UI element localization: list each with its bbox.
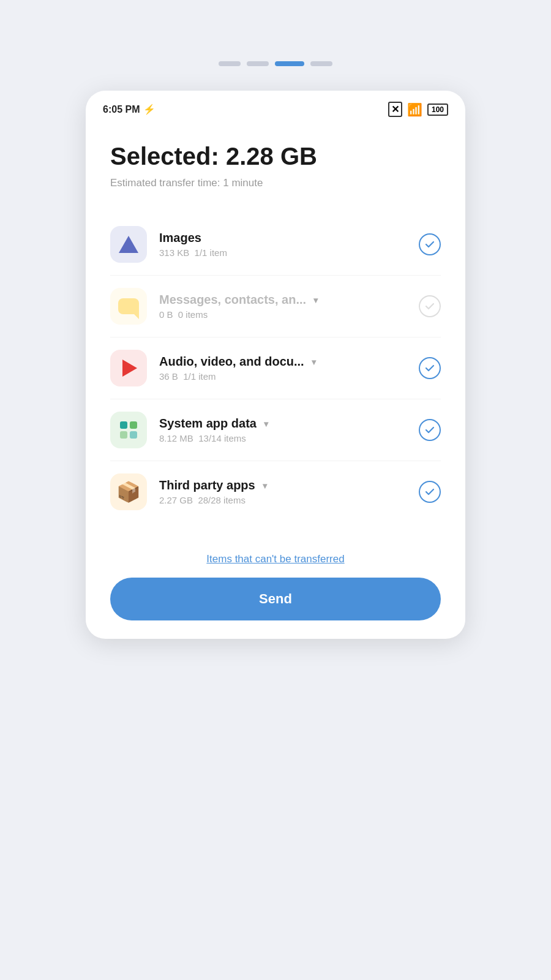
system-icon	[110, 412, 147, 448]
bolt-icon: ⚡	[143, 104, 156, 115]
wifi-icon: 📶	[407, 102, 422, 117]
item-list: Images 313 KB 1/1 item	[110, 214, 441, 522]
indicator-dot-4[interactable]	[310, 61, 332, 66]
cube-emoji: 📦	[116, 480, 141, 503]
status-icons: ✕ 📶 100	[388, 102, 448, 117]
page-indicators	[219, 61, 332, 66]
images-name: Images	[159, 231, 419, 245]
audio-dropdown-icon: ▾	[312, 357, 316, 367]
audio-meta: 36 B 1/1 item	[159, 371, 419, 382]
messages-check[interactable]	[419, 295, 441, 317]
audio-icon	[110, 350, 147, 386]
list-item[interactable]: Audio, video, and docu... ▾ 36 B 1/1 ite…	[110, 337, 441, 399]
selected-title: Selected: 2.28 GB	[110, 141, 441, 171]
messages-meta: 0 B 0 items	[159, 309, 419, 320]
messages-icon	[110, 288, 147, 325]
screen-icon: ✕	[388, 102, 402, 117]
phone-frame: 6:05 PM ⚡ ✕ 📶 100 Selected: 2.28 GB Esti…	[86, 91, 465, 639]
third-party-text: Third party apps ▾ 2.27 GB 28/28 items	[159, 478, 419, 505]
status-time: 6:05 PM ⚡	[103, 104, 156, 115]
send-button[interactable]: Send	[110, 578, 441, 620]
cant-transfer-link[interactable]: Items that can't be transferred	[206, 553, 344, 565]
list-item[interactable]: System app data ▾ 8.12 MB 13/14 items	[110, 399, 441, 461]
messages-dropdown-icon: ▾	[313, 295, 318, 305]
images-check[interactable]	[419, 233, 441, 255]
images-icon	[110, 226, 147, 263]
bottom-area: Items that can't be transferred Send	[86, 541, 465, 639]
estimated-time: Estimated transfer time: 1 minute	[110, 177, 441, 189]
messages-name: Messages, contacts, an... ▾	[159, 293, 419, 307]
system-text: System app data ▾ 8.12 MB 13/14 items	[159, 417, 419, 443]
third-party-meta: 2.27 GB 28/28 items	[159, 495, 419, 505]
indicator-dot-2[interactable]	[247, 61, 269, 66]
list-item[interactable]: Images 313 KB 1/1 item	[110, 214, 441, 276]
time-text: 6:05 PM	[103, 104, 140, 115]
third-party-dropdown-icon: ▾	[263, 481, 267, 491]
status-bar: 6:05 PM ⚡ ✕ 📶 100	[86, 91, 465, 123]
indicator-dot-3[interactable]	[275, 61, 304, 66]
audio-check[interactable]	[419, 357, 441, 379]
list-item[interactable]: 📦 Third party apps ▾ 2.27 GB 28/28 items	[110, 461, 441, 522]
system-meta: 8.12 MB 13/14 items	[159, 433, 419, 443]
list-item[interactable]: Messages, contacts, an... ▾ 0 B 0 items	[110, 276, 441, 337]
audio-name: Audio, video, and docu... ▾	[159, 355, 419, 369]
system-check[interactable]	[419, 419, 441, 441]
battery-icon: 100	[427, 104, 448, 116]
messages-text: Messages, contacts, an... ▾ 0 B 0 items	[159, 293, 419, 320]
third-party-check[interactable]	[419, 481, 441, 503]
indicator-dot-1[interactable]	[219, 61, 241, 66]
audio-text: Audio, video, and docu... ▾ 36 B 1/1 ite…	[159, 355, 419, 382]
system-dropdown-icon: ▾	[264, 419, 268, 429]
images-text: Images 313 KB 1/1 item	[159, 231, 419, 258]
images-meta: 313 KB 1/1 item	[159, 247, 419, 258]
content-area: Selected: 2.28 GB Estimated transfer tim…	[86, 123, 465, 541]
system-name: System app data ▾	[159, 417, 419, 431]
third-party-icon: 📦	[110, 473, 147, 510]
third-party-name: Third party apps ▾	[159, 478, 419, 492]
